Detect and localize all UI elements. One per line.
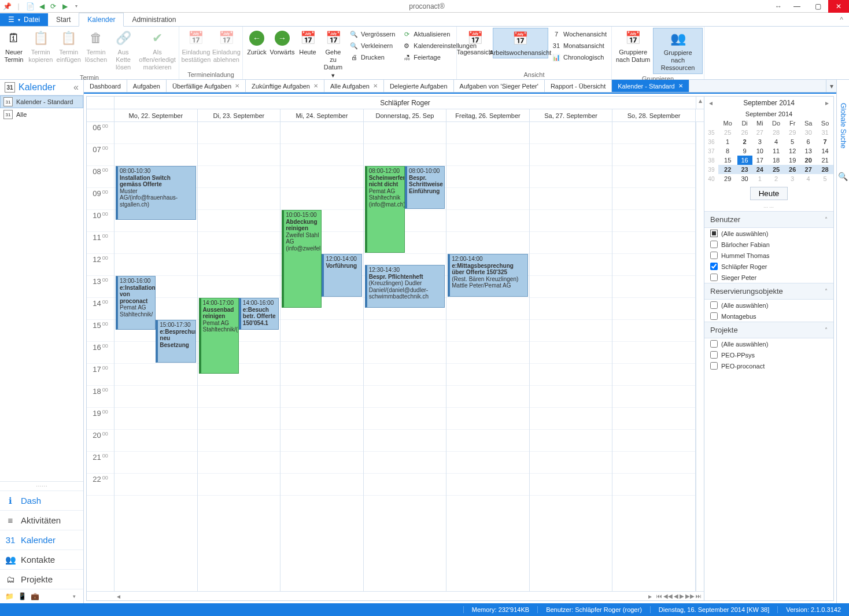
document-tab[interactable]: Alle Aufgaben✕ bbox=[324, 80, 384, 92]
document-tab[interactable]: Aufgaben von 'Sieger Peter' bbox=[454, 80, 545, 92]
mini-cal-day[interactable]: 5 bbox=[785, 137, 800, 146]
einladung-bestaetigen-button[interactable]: 📅Einladung bestätigen bbox=[180, 28, 212, 65]
checkbox[interactable] bbox=[710, 351, 718, 359]
mini-cal-day[interactable]: 29 bbox=[718, 174, 737, 183]
mini-cal-day[interactable]: 11 bbox=[767, 146, 785, 156]
vergroessern-button[interactable]: 🔍Vergrössern bbox=[348, 29, 396, 39]
filter-item[interactable]: (Alle auswählen) bbox=[704, 338, 833, 349]
wochenansicht-button[interactable]: 7Wochenansicht bbox=[551, 29, 608, 39]
mini-cal-day[interactable]: 23 bbox=[737, 165, 752, 174]
checkbox-partial-icon[interactable] bbox=[710, 230, 718, 237]
day-header[interactable]: Freitag, 26. September bbox=[446, 109, 530, 121]
section-header-benutzer[interactable]: Benutzer˄ bbox=[704, 211, 833, 228]
termin-einfuegen-button[interactable]: 📋Termin einfügen bbox=[54, 28, 82, 65]
mini-cal-day[interactable]: 10 bbox=[752, 146, 767, 156]
checkbox[interactable] bbox=[710, 312, 718, 320]
mini-cal-day[interactable]: 16 bbox=[737, 156, 752, 165]
mini-icon-3[interactable]: 💼 bbox=[30, 592, 39, 601]
mini-cal-day[interactable]: 3 bbox=[785, 174, 800, 183]
day-header[interactable]: Di, 23. September bbox=[198, 109, 281, 121]
mini-cal-day[interactable]: 8 bbox=[718, 146, 737, 156]
day-column[interactable]: 12:00-14:00e:Mittagsbesprechung über Off… bbox=[446, 122, 530, 591]
record-nav-buttons[interactable]: ⏮◀◀◀▶▶▶⏭ bbox=[654, 593, 704, 599]
leftnav-big-link[interactable]: ≡Aktivitäten bbox=[0, 510, 83, 530]
section-header-projekte[interactable]: Projekte˄ bbox=[704, 322, 833, 338]
vorwaerts-button[interactable]: →Vorwärts bbox=[270, 28, 295, 57]
mini-cal-day[interactable]: 30 bbox=[800, 128, 817, 137]
day-column[interactable]: 08:00-10:30Installation Switch gemäss Of… bbox=[115, 122, 198, 591]
arbeitswoche-button[interactable]: 📅Arbeitswochenansicht bbox=[493, 28, 548, 58]
close-tab-icon[interactable]: ✕ bbox=[678, 83, 683, 89]
mini-cal-day[interactable]: 2 bbox=[767, 174, 785, 183]
section-header-reservierung[interactable]: Reservierungsobjekte˄ bbox=[704, 283, 833, 300]
aus-kette-button[interactable]: 🔗Aus Kette lösen bbox=[109, 28, 137, 73]
mini-cal-day[interactable]: 6 bbox=[800, 137, 817, 146]
filter-item[interactable]: (Alle auswählen) bbox=[704, 300, 833, 311]
mini-cal-day[interactable]: 18 bbox=[767, 156, 785, 165]
horizontal-scrollbar[interactable]: ◂ ▸ ⏮◀◀◀▶▶▶⏭ bbox=[87, 591, 704, 600]
day-header[interactable]: Mo, 22. September bbox=[115, 109, 198, 121]
leftnav-item[interactable]: 31Kalender - Standard bbox=[0, 95, 83, 108]
markieren-button[interactable]: ✔Als offen/erledigt markieren bbox=[137, 28, 178, 73]
day-header[interactable]: Mi, 24. September bbox=[280, 109, 364, 121]
mini-cal-day[interactable]: 25 bbox=[718, 128, 737, 137]
checkbox[interactable] bbox=[710, 252, 718, 259]
mini-cal-day[interactable]: 20 bbox=[800, 156, 817, 165]
filter-item[interactable]: PEO-PPsys bbox=[704, 349, 833, 360]
document-tab[interactable]: Aufgaben bbox=[127, 80, 167, 92]
qat-dropdown-icon[interactable]: ▾ bbox=[72, 2, 81, 11]
mini-cal-day[interactable]: 9 bbox=[737, 146, 752, 156]
chronologisch-button[interactable]: 📊Chronologisch bbox=[551, 52, 608, 62]
mini-dropdown-icon[interactable]: ▾ bbox=[69, 592, 79, 601]
mini-cal-day[interactable]: 24 bbox=[752, 165, 767, 174]
mini-cal-day[interactable]: 1 bbox=[752, 174, 767, 183]
filter-item[interactable]: (Alle auswählen) bbox=[704, 228, 833, 239]
checkbox[interactable] bbox=[710, 263, 718, 270]
filter-item[interactable]: Schläpfer Roger bbox=[704, 261, 833, 272]
day-header[interactable]: Sa, 27. September bbox=[530, 109, 613, 121]
calendar-event[interactable]: 14:00-16:00e:Besuch betr. Offerte 150'05… bbox=[239, 298, 279, 330]
grip-dots[interactable]: ⋯⋯ bbox=[0, 481, 83, 490]
calendar-event[interactable]: 10:00-15:00Abdeckung reinigenZweifel Sta… bbox=[282, 210, 322, 308]
search-icon[interactable]: 🔍 bbox=[838, 172, 848, 181]
mini-cal-day[interactable]: 19 bbox=[785, 156, 800, 165]
verkleinern-button[interactable]: 🔍Verkleinern bbox=[348, 40, 396, 51]
refresh-icon[interactable]: ⟳ bbox=[49, 2, 58, 11]
document-tab[interactable]: Delegierte Aufgaben bbox=[384, 80, 454, 92]
day-header[interactable]: Donnerstag, 25. Sep bbox=[364, 109, 447, 121]
calendar-grid[interactable]: Schläpfer Roger ▴ Mo, 22. SeptemberDi, 2… bbox=[86, 96, 704, 601]
new-icon[interactable]: 📄 bbox=[25, 2, 35, 11]
maximize-button[interactable]: ▢ bbox=[807, 0, 828, 13]
tabs-dropdown-icon[interactable]: ▾ bbox=[826, 80, 836, 92]
mini-cal-day[interactable]: 13 bbox=[800, 146, 817, 156]
leftnav-big-link[interactable]: 👥Kontakte bbox=[0, 549, 83, 569]
filter-item[interactable]: Sieger Peter bbox=[704, 272, 833, 283]
minimize-button[interactable]: — bbox=[787, 0, 807, 13]
document-tab[interactable]: Zukünftige Aufgaben✕ bbox=[246, 80, 324, 92]
checkbox[interactable] bbox=[710, 241, 718, 248]
filter-item[interactable]: PEO-proconact bbox=[704, 360, 833, 371]
calendar-event[interactable]: 12:00-14:00e:Mittagsbesprechung über Off… bbox=[448, 254, 528, 297]
mini-cal-day[interactable]: 28 bbox=[767, 128, 785, 137]
checkbox[interactable] bbox=[710, 340, 718, 348]
filter-item[interactable]: Montagebus bbox=[704, 311, 833, 322]
global-search-panel[interactable]: Globale Suche 🔍 bbox=[836, 80, 849, 603]
mini-cal-day[interactable]: 1 bbox=[718, 137, 737, 146]
document-tab[interactable]: Überfällige Aufgaben✕ bbox=[167, 80, 246, 92]
close-tab-icon[interactable]: ✕ bbox=[373, 83, 378, 89]
day-column[interactable] bbox=[530, 122, 613, 591]
mini-cal-day[interactable]: 15 bbox=[718, 156, 737, 165]
day-column[interactable]: 10:00-15:00Abdeckung reinigenZweifel Sta… bbox=[280, 122, 364, 591]
close-tab-icon[interactable]: ✕ bbox=[313, 83, 318, 89]
mini-icon-2[interactable]: 📱 bbox=[17, 592, 27, 601]
mini-cal-day[interactable]: 27 bbox=[800, 165, 817, 174]
close-tab-icon[interactable]: ✕ bbox=[235, 83, 239, 89]
leftnav-item[interactable]: 31Alle bbox=[0, 108, 83, 121]
checkbox[interactable] bbox=[710, 301, 718, 309]
mini-cal-day[interactable]: 27 bbox=[752, 128, 767, 137]
panel-grip[interactable]: ⋯⋯ bbox=[704, 204, 833, 211]
calendar-event[interactable]: 08:00-10:30Installation Switch gemäss Of… bbox=[116, 166, 196, 220]
ribbon-collapse-icon[interactable]: ^ bbox=[834, 13, 849, 26]
termin-kopieren-button[interactable]: 📋Termin kopieren bbox=[27, 28, 54, 65]
tagesansicht-button[interactable]: 📅Tagesansicht bbox=[458, 28, 493, 57]
